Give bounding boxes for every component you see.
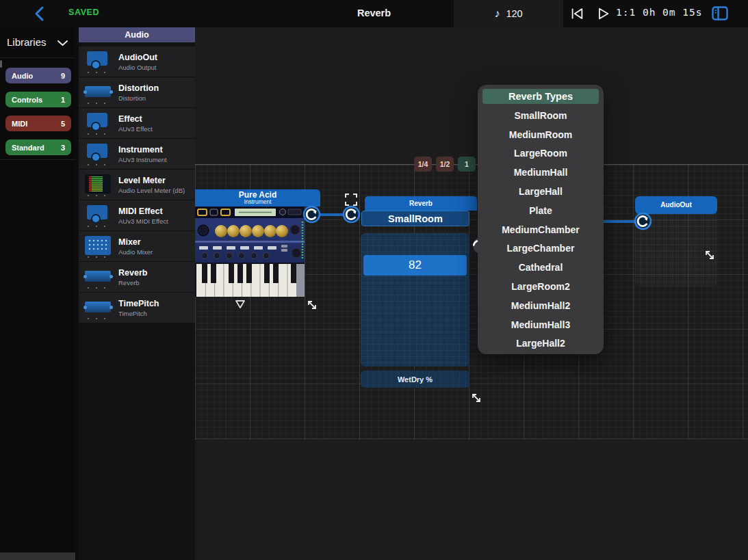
library-item-subtitle: AUv3 Effect [118,125,153,133]
reverb-type-option[interactable]: SmallRoom [478,106,604,125]
chevron-down-icon [57,40,68,46]
pure-acid-plugin-ui[interactable] [195,206,305,297]
divider [0,159,75,160]
library-item-title: Instrument [118,145,167,155]
library-item[interactable]: Level Meter Audio Level Meter (dB) [79,170,195,200]
reverb-type-option[interactable]: MediumHall3 [478,315,604,334]
reverb-input-port[interactable] [342,205,361,224]
node-thumbnail-icon [82,81,114,104]
tempo-value: 120 [506,8,522,19]
libraries-title: Libraries [7,36,47,48]
library-item-subtitle: AUv3 Instrument [118,156,167,163]
reverb-type-option[interactable]: Plate [478,201,604,220]
reverb-type-option[interactable]: LargeRoom [478,144,604,163]
reverb-type-option[interactable]: LargeChamber [478,239,604,258]
sidebar-toggle-icon [712,6,728,21]
category-count-badge: 9 [61,72,65,80]
libraries-header[interactable]: Libraries [0,27,75,58]
library-item[interactable]: MIDI Effect AUv3 MIDI Effect [79,200,195,230]
category-list: Audio 9 Controls 1 MIDI 5 Standard 3 [5,68,71,163]
reverb-node-header[interactable]: Reverb [365,196,477,211]
reverb-resize-handle[interactable] [471,392,482,403]
top-toolbar: SAVED Reverb ♪ 120 1:1 0h 0m 15s [0,0,748,27]
library-item[interactable]: Effect AUv3 Effect [79,108,195,138]
instrument-resize-handle[interactable] [307,299,318,310]
reverb-type-option[interactable]: MediumRoom [478,125,604,144]
library-item[interactable]: Reverb Reverb [79,262,195,292]
library-item[interactable]: TimePitch TimePitch [79,293,195,323]
library-item-subtitle: Reverb [118,279,147,286]
app-window: SAVED Reverb ♪ 120 1:1 0h 0m 15s [0,0,748,560]
instrument-node-header[interactable]: Pure Acid Instrument [195,189,320,206]
wetdry-slider[interactable]: 82 [361,233,469,366]
transport-time-display: 1:1 0h 0m 15s [616,7,701,18]
reverb-type-option[interactable]: Cathedral [478,258,604,277]
category-label: Standard [12,144,44,152]
library-item-panel: Audio AudioOut Audio Output Distortion D… [79,27,195,560]
audioout-input-port[interactable] [634,212,652,230]
thumbnail-tool-icons [84,194,107,197]
library-item-subtitle: Audio Mixer [118,248,153,256]
zoom-level-buttons: 1/4 1/2 1 [414,157,476,172]
category-count-badge: 1 [61,96,65,104]
library-item-title: TimePitch [118,299,159,308]
category-pill[interactable]: MIDI 5 [5,116,71,131]
thumbnail-tool-icons [84,317,107,320]
zoom-level-button[interactable]: 1 [458,157,476,172]
play-button[interactable] [595,6,610,21]
reverb-type-option[interactable]: MediumChamber [478,220,604,239]
reverb-type-list: SmallRoom MediumRoom LargeRoom MediumHal… [478,106,604,353]
category-count-badge: 5 [61,120,65,128]
scrollbar-indicator[interactable] [0,60,2,68]
skip-to-start-icon [569,6,584,21]
node-thumbnail-icon [82,51,114,73]
thumbnail-tool-icons [84,71,107,74]
node-canvas[interactable]: 1/4 1/2 1 Pure Acid Instrument [195,27,748,560]
wetdry-slider-handle[interactable]: 82 [363,255,467,276]
reverb-type-option[interactable]: LargeHall2 [478,334,604,354]
reverb-type-option[interactable]: MediumHall [478,163,604,182]
category-count-badge: 3 [61,144,65,152]
zoom-level-button[interactable]: 1/2 [436,157,454,172]
library-item[interactable]: Instrument AUv3 Instrument [79,139,195,169]
thumbnail-tool-icons [84,163,107,166]
thumbnail-tool-icons [84,256,107,258]
category-label: Audio [12,72,33,80]
library-item-subtitle: Audio Level Meter (dB) [118,187,185,194]
rewind-button[interactable] [569,6,584,21]
library-item-subtitle: AUv3 MIDI Effect [118,217,168,225]
node-thumbnail-icon [82,235,114,258]
category-label: Controls [12,96,42,104]
sidebar-toggle-button[interactable] [712,6,728,21]
thumbnail-tool-icons [84,225,107,228]
node-thumbnail-icon [82,143,114,165]
audioout-resize-handle[interactable] [704,250,715,261]
category-pill[interactable]: Standard 3 [5,139,71,155]
library-item[interactable]: AudioOut Audio Output [79,46,195,77]
library-item[interactable]: Distortion Distortion [79,77,195,107]
zoom-level-button[interactable]: 1/4 [414,157,432,172]
node-thumbnail-icon [82,174,114,196]
sidebar-bottom-handle[interactable] [0,552,75,560]
reverb-type-option[interactable]: LargeRoom2 [478,277,604,296]
fullscreen-button[interactable] [345,194,357,206]
libraries-sidebar: Libraries Audio 9 Controls 1 MIDI [0,27,75,560]
reverb-type-selector[interactable]: SmallRoom [361,211,469,226]
reverb-type-option[interactable]: LargeHall [478,182,604,201]
reverb-type-option[interactable]: MediumHall2 [478,296,604,315]
instrument-node-subtitle: Instrument [195,199,320,205]
thumbnail-tool-icons [84,133,107,135]
play-icon [595,6,610,21]
category-label: MIDI [12,120,27,128]
node-drop-pointer-icon[interactable] [235,299,246,309]
category-pill[interactable]: Controls 1 [5,92,71,107]
library-item-list: AudioOut Audio Output Distortion Distort… [79,46,195,323]
library-item-subtitle: Audio Output [118,64,157,71]
music-note-icon: ♪ [494,8,500,19]
library-item-title: AudioOut [118,53,157,62]
library-item-title: Level Meter [118,176,185,185]
category-pill[interactable]: Audio 9 [5,68,71,83]
tempo-control[interactable]: ♪ 120 [454,0,563,27]
instrument-output-port[interactable] [302,205,321,224]
library-item[interactable]: Mixer Audio Mixer [79,231,195,261]
